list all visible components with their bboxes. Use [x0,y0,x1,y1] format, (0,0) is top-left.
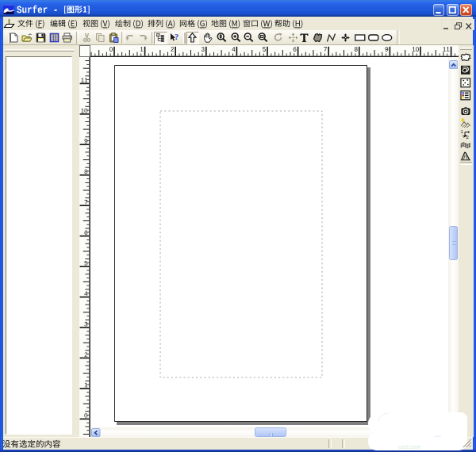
svg-text:2: 2 [466,135,470,140]
svg-text:1: 1 [461,129,464,134]
svg-text:uzzf.com: uzzf.com [398,444,420,450]
svg-text:?: ? [175,33,178,41]
